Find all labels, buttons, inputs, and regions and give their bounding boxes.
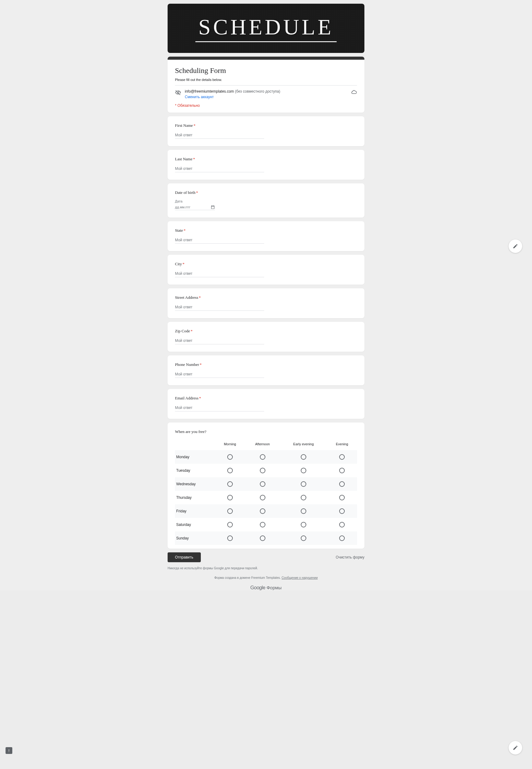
grid-row: Monday [175, 450, 357, 464]
banner-underline [195, 41, 337, 42]
grid-radio[interactable] [301, 481, 306, 487]
visibility-off-icon [175, 90, 181, 96]
grid-column-header: Early evening [280, 440, 327, 450]
grid-radio[interactable] [227, 454, 233, 460]
question-street: Street Address* [168, 288, 364, 318]
availability-table: MorningAfternoonEarly eveningEvening Mon… [175, 440, 357, 545]
label-state: State* [175, 228, 357, 233]
question-state: State* [168, 221, 364, 251]
label-email: Email Address* [175, 396, 357, 401]
question-email: Email Address* [168, 389, 364, 419]
label-city: City* [175, 261, 357, 266]
grid-radio[interactable] [227, 536, 233, 541]
question-dob: Date of birth* Дата дд.мм.гггг [168, 183, 364, 217]
sharing-note: (без совместного доступа) [235, 89, 280, 94]
input-phone[interactable] [175, 371, 264, 378]
grid-radio[interactable] [301, 522, 306, 528]
grid-radio[interactable] [301, 536, 306, 541]
grid-radio[interactable] [301, 468, 306, 473]
label-last-name: Last Name* [175, 157, 357, 161]
grid-row-label: Friday [175, 504, 215, 518]
grid-radio[interactable] [260, 468, 265, 473]
label-street: Street Address* [175, 295, 357, 300]
label-first-name: First Name* [175, 123, 357, 128]
input-zip[interactable] [175, 338, 264, 344]
required-indicator: * Обязательно [175, 103, 357, 108]
label-phone: Phone Number* [175, 362, 357, 367]
grid-radio[interactable] [260, 508, 265, 514]
report-abuse-link[interactable]: Сообщение о нарушении [282, 576, 318, 580]
cloud-icon [351, 89, 357, 95]
account-row: info@freemiumtemplates.com (без совместн… [175, 85, 357, 99]
label-dob: Date of birth* [175, 190, 357, 195]
question-zip: Zip Code* [168, 322, 364, 352]
grid-radio[interactable] [339, 454, 345, 460]
grid-radio[interactable] [301, 508, 306, 514]
question-city: City* [168, 255, 364, 285]
password-disclaimer: Никогда не используйте формы Google для … [168, 567, 364, 570]
google-forms-logo[interactable]: GoogleФормы [168, 585, 364, 591]
grid-radio[interactable] [260, 522, 265, 528]
grid-radio[interactable] [260, 536, 265, 541]
form-description: Please fill out the details below. [175, 78, 357, 85]
sublabel-dob: Дата [175, 199, 357, 203]
input-dob[interactable]: дд.мм.гггг [175, 205, 215, 210]
grid-radio[interactable] [339, 481, 345, 487]
header-card: Scheduling Form Please fill out the deta… [168, 60, 364, 113]
input-state[interactable] [175, 237, 264, 244]
label-zip: Zip Code* [175, 329, 357, 333]
grid-row: Saturday [175, 518, 357, 532]
grid-column-header: Morning [215, 440, 245, 450]
input-street[interactable] [175, 304, 264, 311]
grid-row: Sunday [175, 532, 357, 545]
grid-radio[interactable] [260, 495, 265, 500]
alert-icon: ! [8, 748, 10, 753]
question-last-name: Last Name* [168, 150, 364, 180]
input-first-name[interactable] [175, 132, 264, 139]
form-title: Scheduling Form [175, 66, 357, 75]
grid-radio[interactable] [339, 468, 345, 473]
grid-row-label: Saturday [175, 518, 215, 532]
grid-radio[interactable] [339, 508, 345, 514]
grid-row-label: Monday [175, 450, 215, 464]
grid-row: Friday [175, 504, 357, 518]
edit-form-fab[interactable] [509, 239, 522, 253]
grid-radio[interactable] [227, 481, 233, 487]
form-footer: Отправить Очистить форму [168, 552, 364, 562]
grid-row: Thursday [175, 491, 357, 504]
input-city[interactable] [175, 271, 264, 277]
grid-radio[interactable] [339, 522, 345, 528]
grid-radio[interactable] [301, 454, 306, 460]
input-last-name[interactable] [175, 166, 264, 172]
label-availability: When are you free? [175, 429, 357, 434]
input-email[interactable] [175, 405, 264, 412]
report-problem-button[interactable]: ! [6, 747, 12, 754]
question-availability-grid: When are you free? MorningAfternoonEarly… [168, 423, 364, 549]
form-banner: SCHEDULE [168, 4, 364, 53]
header-accent-bar [168, 57, 364, 60]
form-container: SCHEDULE Scheduling Form Please fill out… [168, 4, 364, 591]
grid-radio[interactable] [301, 495, 306, 500]
grid-radio[interactable] [227, 508, 233, 514]
grid-radio[interactable] [260, 481, 265, 487]
grid-row-label: Tuesday [175, 464, 215, 477]
domain-note: Форма создана в домене Freemium Template… [168, 576, 364, 580]
grid-radio[interactable] [227, 495, 233, 500]
grid-radio[interactable] [227, 522, 233, 528]
grid-radio[interactable] [339, 536, 345, 541]
grid-row-label: Wednesday [175, 477, 215, 491]
submit-button[interactable]: Отправить [168, 552, 201, 562]
grid-radio[interactable] [260, 454, 265, 460]
question-phone: Phone Number* [168, 355, 364, 385]
pencil-icon [513, 243, 518, 249]
grid-row: Tuesday [175, 464, 357, 477]
banner-title: SCHEDULE [198, 14, 334, 40]
clear-form-link[interactable]: Очистить форму [336, 555, 364, 560]
grid-radio[interactable] [227, 468, 233, 473]
grid-column-header: Afternoon [245, 440, 280, 450]
question-first-name: First Name* [168, 116, 364, 146]
grid-radio[interactable] [339, 495, 345, 500]
edit-form-fab-bottom[interactable] [509, 741, 522, 755]
grid-row-label: Thursday [175, 491, 215, 504]
switch-account-link[interactable]: Сменить аккаунт [185, 95, 214, 99]
